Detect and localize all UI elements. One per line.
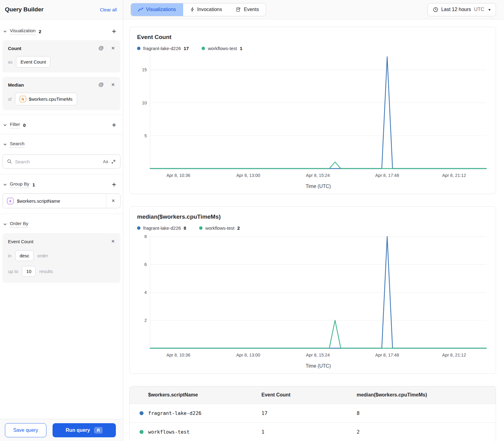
legend-series-name: workflows-test [208, 46, 237, 51]
chart-legend: fragrant-lake-d226 8 workflows-test 2 [137, 225, 488, 231]
topbar: Visualizations Invocations Events Last 1… [123, 0, 504, 19]
series-line-workflows-test [150, 162, 486, 168]
search-section-label[interactable]: Search [10, 141, 25, 148]
column-header: Event Count [262, 392, 357, 398]
lightning-icon [190, 7, 195, 12]
median-field-box[interactable]: N $workers.cpuTimeMs [15, 93, 77, 105]
median-chart[interactable]: 2468Apr 8, 10:36Apr 8, 13:00Apr 8, 15:24… [137, 232, 488, 372]
legend-item[interactable]: workflows-test 2 [199, 225, 240, 231]
of-label: of [8, 97, 12, 102]
script-name-cell: workflows-test [148, 429, 190, 435]
chart-title: median($workers.cpuTimeMs) [137, 213, 488, 220]
close-icon[interactable]: ✕ [111, 198, 115, 204]
legend-series-name: fragrant-lake-d226 [143, 225, 181, 231]
svg-text:10: 10 [142, 100, 147, 105]
chevron-down-icon[interactable] [3, 29, 7, 33]
median-cell: 8 [356, 410, 496, 416]
regex-icon[interactable] [111, 159, 116, 164]
column-header: $workers.scriptName [130, 392, 262, 398]
order-by-section-label[interactable]: Order By [10, 221, 28, 228]
column-header: median($workers.cpuTimeMs) [356, 392, 496, 398]
legend-item[interactable]: fragrant-lake-d226 8 [137, 225, 186, 231]
visualization-count: 2 [39, 29, 41, 34]
search-icon [7, 159, 12, 164]
chevron-down-icon[interactable] [3, 123, 7, 127]
group-by-field-value: $workers.scriptName [17, 198, 60, 204]
group-by-section-header: Group By 1 + [0, 174, 123, 190]
string-type-icon: s [7, 198, 14, 204]
svg-text:5: 5 [144, 133, 147, 138]
group-by-field[interactable]: s $workers.scriptName [3, 198, 106, 204]
alias-value-box[interactable]: Event Count [16, 56, 51, 68]
time-range-picker[interactable]: Last 12 hours UTC ▾ [427, 3, 496, 16]
sort-direction-select[interactable]: desc [15, 250, 34, 261]
visualization-section-label[interactable]: Visualization [10, 28, 36, 35]
save-query-button[interactable]: Save query [5, 423, 46, 437]
chevron-down-icon[interactable] [3, 142, 7, 146]
script-name-cell: fragrant-lake-d226 [148, 410, 201, 416]
filter-section-label[interactable]: Filter [10, 122, 20, 128]
svg-text:Apr 8, 10:36: Apr 8, 10:36 [166, 173, 190, 178]
series-dot-green [202, 47, 205, 50]
median-chart-card: median($workers.cpuTimeMs) fragrant-lake… [129, 206, 496, 374]
tab-label: Invocations [197, 7, 222, 12]
remove-group-by[interactable]: ✕ [106, 194, 120, 208]
tab-invocations[interactable]: Invocations [183, 3, 229, 16]
up-to-label: up to [8, 269, 18, 274]
svg-text:Time (UTC): Time (UTC) [305, 184, 331, 189]
visualization-card-count: Count @ ✕ as Event Count [2, 40, 120, 72]
series-dot-blue [137, 226, 140, 230]
legend-series-value: 1 [240, 46, 242, 51]
tab-events[interactable]: Events [229, 3, 266, 16]
sidebar-header: Query Builder Clear all [0, 0, 123, 19]
alias-at-icon[interactable]: @ [98, 82, 104, 88]
order-by-section-header: Order By [0, 214, 123, 229]
event-count-chart-card: Event Count fragrant-lake-d226 17 workfl… [129, 27, 496, 194]
group-by-section-label[interactable]: Group By [10, 181, 29, 188]
close-icon[interactable]: ✕ [111, 82, 115, 88]
match-case-icon[interactable]: Aa [103, 159, 108, 164]
series-dot-blue [137, 47, 140, 50]
svg-text:15: 15 [142, 67, 147, 72]
alias-at-icon[interactable]: @ [98, 45, 104, 51]
series-dot-blue [140, 411, 144, 415]
svg-text:Apr 8, 17:48: Apr 8, 17:48 [375, 173, 399, 178]
event-count-cell: 17 [262, 410, 357, 416]
series-dot-green [140, 430, 144, 434]
legend-item[interactable]: workflows-test 1 [202, 46, 242, 51]
median-field-value: $workers.cpuTimeMs [29, 96, 73, 102]
run-query-label: Run query [66, 427, 90, 433]
add-visualization-button[interactable]: + [112, 29, 116, 33]
add-filter-button[interactable]: + [112, 123, 116, 127]
search-input[interactable] [15, 159, 100, 164]
event-count-chart[interactable]: 51015Apr 8, 10:36Apr 8, 13:00Apr 8, 15:2… [137, 52, 488, 193]
table-row[interactable]: fragrant-lake-d226 17 8 [130, 404, 496, 423]
order-by-field: Event Count [8, 239, 33, 244]
add-group-by-button[interactable]: + [112, 182, 116, 187]
chevron-down-icon[interactable] [3, 222, 7, 226]
clock-icon [433, 7, 438, 12]
page-title: Query Builder [5, 6, 44, 13]
close-icon[interactable]: ✕ [111, 45, 115, 51]
filter-section-header: Filter 0 + [0, 115, 123, 131]
run-query-button[interactable]: Run query R [53, 423, 116, 437]
visualization-type-label: Median [8, 82, 24, 88]
results-label: results [39, 269, 53, 274]
limit-input[interactable]: 10 [22, 266, 36, 277]
timezone-label: UTC [474, 7, 484, 12]
svg-text:8: 8 [144, 234, 147, 239]
legend-item[interactable]: fragrant-lake-d226 17 [137, 46, 189, 51]
search-section-header: Search [0, 134, 123, 151]
in-label: in [8, 253, 12, 258]
median-cell: 2 [356, 429, 496, 435]
tab-label: Visualizations [146, 7, 176, 12]
clear-all-button[interactable]: Clear all [100, 7, 117, 12]
tab-visualizations[interactable]: Visualizations [131, 3, 183, 16]
sidebar-footer: Save query Run query R [0, 419, 123, 441]
chevron-down-icon[interactable] [3, 182, 7, 187]
line-chart-icon [138, 7, 143, 12]
close-icon[interactable]: ✕ [111, 239, 115, 244]
table-row[interactable]: workflows-test 1 2 [130, 423, 496, 441]
series-line-workflows-test [150, 320, 486, 348]
svg-text:Time (UTC): Time (UTC) [305, 364, 331, 369]
